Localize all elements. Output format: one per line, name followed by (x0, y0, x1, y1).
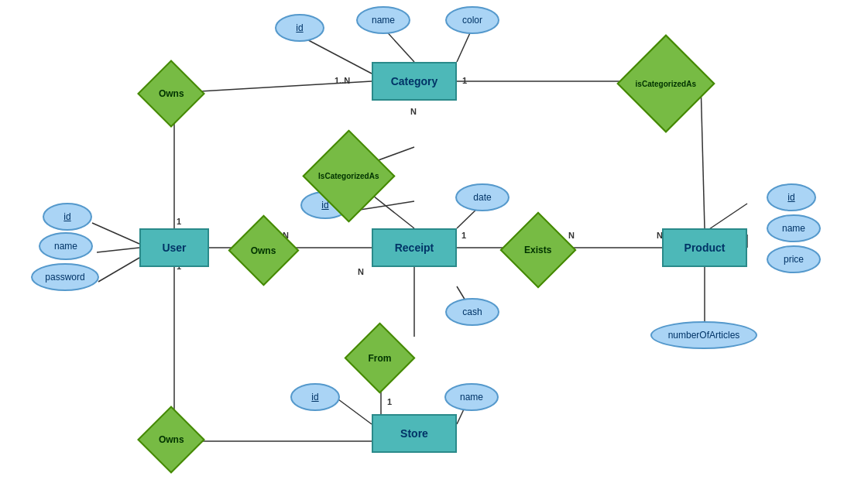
attr-product-price: price (767, 245, 821, 273)
svg-line-10 (97, 248, 139, 252)
attr-product-noa: numberOfArticles (650, 321, 757, 349)
attr-product-name: name (767, 214, 821, 242)
rel-owns-top: Owns (137, 60, 205, 128)
rel-exists: Exists (500, 212, 577, 289)
entity-product: Product (662, 228, 747, 267)
svg-text:N: N (358, 267, 364, 276)
svg-line-4 (174, 81, 372, 93)
attr-receipt-date: date (455, 183, 509, 211)
attr-receipt-cash: cash (445, 298, 499, 326)
rel-owns-mid: Owns (228, 215, 300, 286)
rel-owns-bot: Owns (137, 406, 205, 474)
attr-cat-name: name (356, 6, 410, 34)
attr-user-name: name (39, 232, 93, 260)
attr-cat-id: id (275, 14, 324, 42)
entity-receipt: Receipt (372, 228, 457, 267)
attr-store-name: name (444, 383, 499, 411)
rel-from: From (345, 323, 416, 394)
svg-line-6 (701, 81, 705, 228)
entity-store: Store (372, 414, 457, 453)
svg-line-9 (92, 223, 139, 244)
svg-text:1: 1 (461, 231, 466, 240)
svg-text:1: 1 (177, 217, 181, 226)
svg-text:1..N: 1..N (335, 76, 350, 85)
svg-text:N: N (410, 107, 417, 116)
attr-user-password: password (31, 263, 99, 291)
entity-category: Category (372, 62, 457, 101)
rel-iscategorizedas-right: isCategorizedAs (616, 34, 715, 132)
attr-store-id: id (290, 383, 340, 411)
svg-text:1: 1 (462, 76, 467, 85)
svg-text:1: 1 (387, 397, 392, 406)
svg-line-0 (300, 36, 372, 74)
svg-line-11 (98, 258, 139, 282)
er-diagram-canvas: 1..N 1 N 1 1 N N N 1 N N N 1 Category Us… (0, 0, 868, 483)
attr-cat-color: color (445, 6, 499, 34)
entity-user: User (139, 228, 209, 267)
svg-text:N: N (568, 231, 575, 240)
attr-product-id: id (767, 183, 816, 211)
attr-user-id: id (43, 203, 92, 231)
svg-line-26 (338, 399, 372, 424)
